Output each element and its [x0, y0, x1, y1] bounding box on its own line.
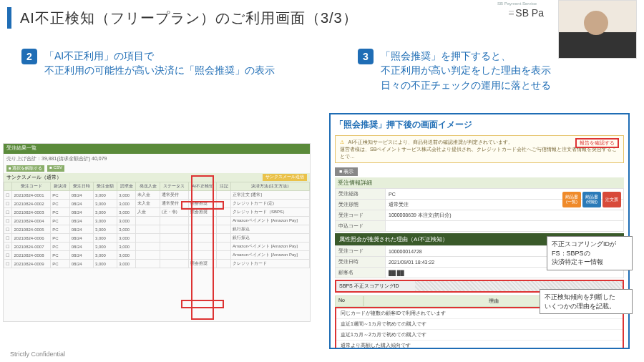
kv-apply-val — [386, 221, 624, 232]
callout1-l2: FS：SBPSの — [552, 249, 628, 258]
order-table-header: 受注コード 新決済 受注日時 受注金額 請求金 発送入金 ステータス AI不正検… — [4, 182, 310, 191]
step-3-text: 「照会推奨」を押下すると、 不正利用が高い判定をした理由を表示 日々の不正チェッ… — [381, 49, 551, 92]
order-list-title: 受注結果一覧 — [4, 144, 310, 154]
brand-text: SB Pa — [515, 7, 544, 19]
warning-icon: ⚠ — [340, 140, 344, 145]
fkv-code-key: 受注コード — [336, 246, 386, 257]
table-row[interactable]: ☐20210824-0008PC08/243,0003,000Amazonペイメ… — [4, 251, 310, 260]
fkv-name-key: 顧客名 — [336, 268, 386, 278]
step-2: 2 「AI不正利用」の項目で 不正利用の可能性が高い決済に「照会推奨」の表示 — [21, 49, 329, 78]
highlight-ai-cell-bottom — [181, 300, 224, 308]
kv-route-key: 受注経路 — [336, 189, 386, 200]
table-row[interactable]: ☐20210824-0007PC08/243,0003,000Amazonペイメ… — [4, 243, 310, 251]
col-date: 受注日時 — [69, 182, 93, 191]
kv-apply-key: 申込コード — [336, 221, 386, 232]
col-bill: 請求金 — [117, 182, 136, 191]
scoring-id-label: SBPS 不正スコアリングID — [336, 281, 415, 291]
table-row[interactable]: ☐20210824-0005PC08/243,0003,000銀行振込 — [4, 225, 310, 234]
callout-reasons: 不正検知傾向を判断した いくつかの理由を記載。 — [540, 289, 633, 314]
col-code: 受注コード — [12, 182, 51, 191]
order-detail-section-header: 受注情報詳細 — [335, 177, 624, 188]
detail-title: 「照会推奨」押下後の画面イメージ — [335, 119, 624, 131]
step-2-line1: 「AI不正利用」の項目で — [44, 49, 275, 63]
table-row[interactable]: ☐20210824-0004PC08/243,0003,000Amazonペイメ… — [4, 217, 310, 225]
col-check — [4, 182, 12, 191]
callout2-l1: 不正検知傾向を判断した — [545, 293, 628, 302]
callout-scoring-id: 不正スコアリングIDが FS：SBPSの 決済特定キー情報 — [547, 236, 633, 270]
col-pay: 新決済 — [51, 182, 69, 191]
step-2-line2: 不正利用の可能性が高い決済に「照会推奨」の表示 — [44, 63, 275, 77]
step-2-badge: 2 — [21, 49, 37, 64]
kv-code-key: 受注コード — [336, 210, 386, 221]
reason-item: 直近1週間～1カ月で初めての購入です — [336, 319, 623, 330]
csv-button[interactable]: ■ CSV — [47, 165, 64, 172]
reason-col-no: No — [335, 295, 364, 307]
fkv-date-key: 受注日時 — [336, 257, 386, 268]
order-list-summary: 売り上げ合計：39,881(請求金額合計) 40,079 — [4, 154, 310, 164]
warning-action-button[interactable]: 報告を確認する — [575, 138, 619, 148]
presenter-video-thumbnail — [558, 0, 637, 59]
col-status: ステータス — [160, 182, 188, 191]
step-3-badge: 3 — [358, 49, 374, 64]
clear-selection-button[interactable]: ■ 選択を解除する — [6, 165, 44, 172]
table-row[interactable]: ☐20210824-0009PC08/243,0003,000照会推奨クレジット… — [4, 260, 310, 268]
col-ship: 発送入金 — [136, 182, 160, 191]
highlight-ai-cell-top — [181, 201, 224, 210]
highlight-ai-column — [191, 175, 214, 320]
callout1-l3: 決済特定キー情報 — [552, 258, 628, 267]
col-note: 注記 — [217, 182, 230, 191]
doc-chips: 納品書 (一覧) 納品書 (明細) 注文票 — [562, 192, 621, 207]
chip-order-slip[interactable]: 注文票 — [602, 192, 621, 207]
thanks-mail-send-button[interactable]: サンクスメール送信 — [263, 174, 307, 181]
reason-item: 直近1カ月～2カ月で初めての購入です — [336, 330, 623, 341]
table-row[interactable]: ☐20210824-0003PC08/243,0003,000入金(正・非)照会… — [4, 208, 310, 217]
page-title: AI不正検知（フリープラン）のご利用画面（3/3） — [20, 9, 358, 28]
title-row: AI不正検知（フリープラン）のご利用画面（3/3） — [0, 0, 644, 31]
order-list-screenshot: 受注結果一覧 売り上げ合計：39,881(請求金額合計) 40,079 ■ 選択… — [3, 143, 311, 322]
order-list-buttons: ■ 選択を解除する ■ CSV — [4, 164, 310, 173]
footer-confidential: Strictly Confidential — [10, 351, 65, 358]
step-3-line1: 「照会推奨」を押下すると、 — [381, 49, 551, 63]
reason-item: 通常より高額した購入傾向です — [336, 341, 623, 349]
kv-type-key: 受注形態 — [336, 200, 386, 210]
fraud-warning-banner: ⚠ AI不正検知サービスにより、商品発送前の確認推奨が判定されています。 報告を… — [335, 135, 624, 163]
warning-line2: 運営者様は、SBペイメントサービス株式会社より提供され、クレジットカード会社へご… — [340, 147, 617, 159]
step-3-line3: 日々の不正チェックの運用に落とせる — [381, 78, 551, 92]
brand-small: SB Payment Service — [497, 1, 537, 6]
steps-row: 2 「AI不正利用」の項目で 不正利用の可能性が高い決済に「照会推奨」の表示 3… — [0, 31, 644, 98]
table-row[interactable]: ☐20210824-0002PC08/243,0003,000未入金通常受付照会… — [4, 200, 310, 208]
table-row[interactable]: ☐20210824-0001PC08/243,0003,000未入金通常受付正常… — [4, 191, 310, 200]
order-table: 受注コード 新決済 受注日時 受注金額 請求金 発送入金 ステータス AI不正検… — [4, 182, 310, 268]
callout2-l2: いくつかの理由を記載。 — [545, 302, 628, 311]
callout1-l1: 不正スコアリングIDが — [552, 240, 628, 249]
brand: ≡SB Pa — [508, 7, 544, 19]
title-accent — [7, 7, 11, 29]
display-tab[interactable]: ■ 表示 — [335, 167, 358, 176]
col-amount: 受注金額 — [93, 182, 117, 191]
chip-packing-list[interactable]: 納品書 (一覧) — [562, 192, 581, 207]
warning-line1: AI不正検知サービスにより、商品発送前の確認推奨が判定されています。 — [348, 140, 514, 145]
thanks-mail-label: サンクスメール（通常） — [6, 174, 62, 181]
step-3-line2: 不正利用が高い判定をした理由を表示 — [381, 63, 551, 77]
chip-packing-detail[interactable]: 納品書 (明細) — [582, 192, 601, 207]
table-row[interactable]: ☐20210824-0006PC08/243,0003,000銀行振込 — [4, 234, 310, 243]
kv-code-val: 1000008639 本注文(初日分) — [386, 210, 624, 221]
step-2-text: 「AI不正利用」の項目で 不正利用の可能性が高い決済に「照会推奨」の表示 — [44, 49, 275, 78]
thanks-mail-strip: サンクスメール（通常） サンクスメール送信 — [4, 173, 310, 182]
col-method: 決済方法(注文方法) — [230, 182, 309, 191]
